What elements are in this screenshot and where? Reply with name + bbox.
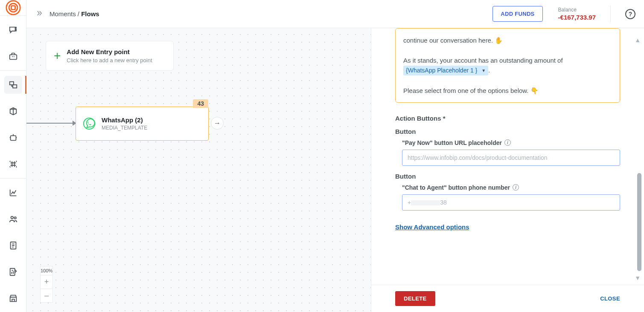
button-heading-1: Button bbox=[395, 128, 620, 135]
message-line-2: As it stands, your account has an outsta… bbox=[403, 55, 612, 76]
nav-people-icon[interactable] bbox=[4, 210, 22, 228]
delete-button[interactable]: DELETE bbox=[395, 291, 435, 306]
zoom-control: 100% + – bbox=[40, 266, 53, 303]
flow-canvas[interactable]: + Add New Entry point Click here to add … bbox=[26, 28, 371, 312]
left-nav-rail bbox=[0, 0, 26, 312]
whatsapp-icon bbox=[83, 117, 96, 130]
placeholder-token[interactable]: {WhatsApp Placeholder 1 }▼ bbox=[403, 66, 488, 76]
whatsapp-node-badge: 43 bbox=[193, 99, 208, 108]
scroll-up-icon[interactable]: ▲ bbox=[635, 37, 641, 43]
svg-rect-2 bbox=[11, 6, 15, 10]
scrollbar-thumb[interactable] bbox=[637, 173, 641, 271]
info-icon[interactable]: i bbox=[504, 139, 511, 146]
whatsapp-node[interactable]: 43 WhatsApp (2) MEDIA_TEMPLATE bbox=[76, 107, 209, 141]
breadcrumb: Moments / Flows bbox=[50, 10, 99, 17]
pay-now-url-input[interactable] bbox=[402, 150, 620, 166]
nav-report-icon[interactable] bbox=[4, 263, 22, 281]
nav-flows-icon[interactable] bbox=[4, 76, 22, 94]
show-advanced-options-link[interactable]: Show Advanced options bbox=[395, 223, 469, 231]
node-config-panel: ▲ ▼ continue our conversation here. ✋ As… bbox=[371, 28, 644, 312]
balance-display: Balance -€167,733.97 bbox=[558, 7, 596, 21]
topbar: Moments / Flows ADD FUNDS Balance -€167,… bbox=[26, 0, 644, 28]
zoom-percent: 100% bbox=[41, 266, 52, 275]
add-entry-point-card[interactable]: + Add New Entry point Click here to add … bbox=[46, 41, 174, 71]
entry-subtitle: Click here to add a new entry point bbox=[67, 57, 152, 64]
info-icon[interactable]: i bbox=[513, 184, 519, 191]
svg-point-3 bbox=[15, 27, 16, 28]
nav-analytics-icon[interactable] bbox=[4, 184, 22, 202]
brand-logo[interactable] bbox=[0, 0, 26, 15]
redacted-text bbox=[411, 200, 440, 205]
nav-bot-icon[interactable] bbox=[4, 129, 22, 147]
nav-package-icon[interactable] bbox=[4, 102, 22, 120]
message-line-truncated: continue our conversation here. ✋ bbox=[403, 35, 612, 45]
scroll-down-icon[interactable]: ▼ bbox=[635, 274, 641, 281]
balance-amount: -€167,733.97 bbox=[558, 14, 596, 21]
help-icon[interactable]: ? bbox=[625, 9, 635, 19]
zoom-in-button[interactable]: + bbox=[41, 275, 52, 289]
close-button[interactable]: CLOSE bbox=[600, 295, 620, 302]
breadcrumb-parent[interactable]: Moments bbox=[50, 10, 76, 17]
svg-point-5 bbox=[15, 30, 16, 31]
svg-point-0 bbox=[6, 1, 20, 14]
nav-doc-icon[interactable] bbox=[4, 237, 22, 254]
nav-store-icon[interactable] bbox=[4, 289, 22, 307]
svg-rect-7 bbox=[9, 82, 13, 85]
message-preview-box: continue our conversation here. ✋ As it … bbox=[395, 28, 620, 103]
node-output-handle[interactable]: → bbox=[211, 117, 224, 130]
nav-hash-icon[interactable] bbox=[4, 155, 22, 173]
plus-icon: + bbox=[54, 50, 61, 62]
svg-point-4 bbox=[15, 29, 16, 29]
add-funds-button[interactable]: ADD FUNDS bbox=[492, 6, 542, 22]
svg-point-10 bbox=[11, 217, 13, 219]
svg-rect-6 bbox=[9, 55, 17, 59]
chevron-down-icon: ▼ bbox=[481, 67, 486, 74]
button-heading-2: Button bbox=[395, 173, 620, 180]
svg-rect-13 bbox=[10, 269, 15, 276]
action-buttons-heading: Action Buttons * bbox=[395, 115, 620, 122]
zoom-out-button[interactable]: – bbox=[41, 289, 52, 302]
balance-label: Balance bbox=[558, 7, 596, 13]
svg-point-11 bbox=[14, 217, 16, 219]
collapse-sidebar-icon[interactable] bbox=[35, 9, 44, 19]
whatsapp-node-title: WhatsApp (2) bbox=[102, 116, 147, 124]
chat-agent-phone-input[interactable]: +38 bbox=[402, 194, 620, 211]
breadcrumb-current: Flows bbox=[81, 10, 99, 17]
nav-briefcase-icon[interactable] bbox=[4, 47, 22, 65]
message-line-3: Please select from one of the options be… bbox=[403, 86, 612, 95]
svg-rect-8 bbox=[13, 85, 17, 88]
entry-title: Add New Entry point bbox=[67, 48, 152, 55]
nav-chat-icon[interactable] bbox=[4, 21, 22, 39]
pay-now-label: "Pay Now" button URL placeholder i bbox=[402, 139, 620, 146]
chat-agent-label: "Chat to Agent" button phone number i bbox=[402, 184, 620, 191]
panel-footer: DELETE CLOSE bbox=[371, 285, 644, 312]
edge-line bbox=[26, 123, 76, 124]
whatsapp-node-subtitle: MEDIA_TEMPLATE bbox=[102, 125, 147, 131]
svg-rect-9 bbox=[10, 136, 16, 140]
svg-point-1 bbox=[9, 3, 17, 12]
